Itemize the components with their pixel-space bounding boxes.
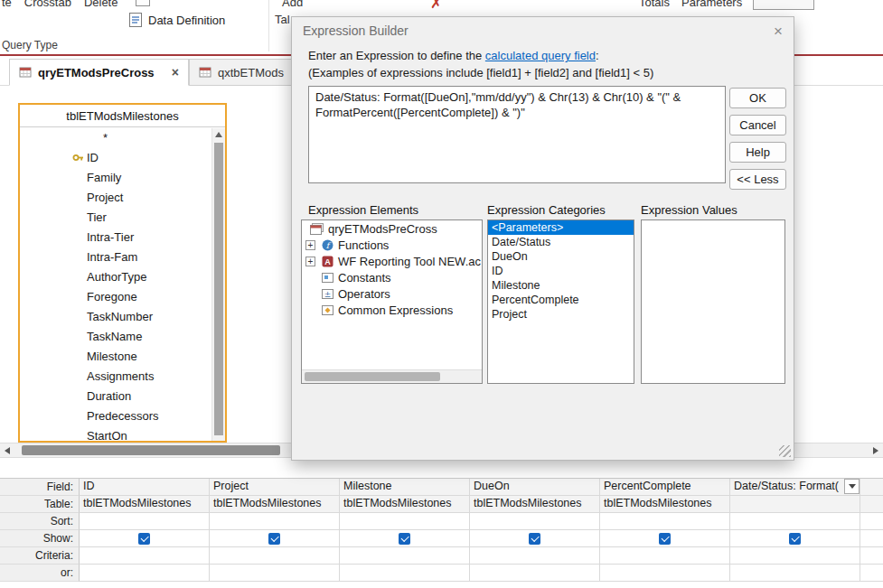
calculated-query-field-link[interactable]: calculated query field bbox=[485, 49, 596, 62]
field-item-authortype[interactable]: AuthorType bbox=[20, 267, 211, 287]
field-item-starton[interactable]: StartOn bbox=[20, 426, 211, 441]
category-item-percentcomplete[interactable]: PercentComplete bbox=[488, 293, 634, 307]
criteria-cell[interactable] bbox=[210, 547, 340, 565]
expression-input[interactable]: Date/Status: Format([DueOn],"mm/dd/yy") … bbox=[308, 86, 726, 183]
elements-hscrollbar[interactable] bbox=[302, 369, 482, 383]
category-item-date-status[interactable]: Date/Status bbox=[488, 235, 634, 249]
tree-item-functions[interactable]: f Functions bbox=[302, 237, 482, 253]
criteria-cell[interactable] bbox=[860, 547, 883, 565]
field-item-taskname[interactable]: TaskName bbox=[20, 327, 211, 347]
field-item-asterisk[interactable]: * bbox=[20, 128, 211, 148]
or-cell[interactable] bbox=[600, 565, 730, 582]
sort-cell[interactable] bbox=[210, 513, 340, 530]
table-cell[interactable]: tblETModsMilestones bbox=[80, 496, 210, 513]
or-cell[interactable] bbox=[80, 565, 210, 582]
show-checkbox[interactable] bbox=[268, 533, 280, 545]
totals-button[interactable]: Totals bbox=[639, 0, 670, 9]
sort-cell[interactable] bbox=[730, 513, 860, 530]
field-cell[interactable]: PercentComplete bbox=[600, 479, 730, 496]
tree-item-wf-reporting-tool[interactable]: A WF Reporting Tool NEW.ac bbox=[302, 253, 482, 269]
field-item-family[interactable]: Family bbox=[20, 168, 211, 188]
field-list-tbletmodsmilestones[interactable]: tblETModsMilestones * ID Family Project … bbox=[18, 103, 227, 443]
scrollbar-thumb[interactable] bbox=[214, 143, 223, 435]
parameters-button[interactable]: Parameters bbox=[681, 0, 742, 9]
table-cell[interactable]: tblETModsMilestones bbox=[210, 496, 340, 513]
delete-query-button[interactable]: Delete bbox=[84, 0, 118, 9]
criteria-cell[interactable] bbox=[730, 547, 860, 565]
scroll-right-icon[interactable] bbox=[873, 447, 878, 454]
criteria-cell[interactable] bbox=[340, 547, 470, 565]
show-checkbox[interactable] bbox=[659, 533, 671, 545]
close-icon[interactable]: × bbox=[774, 23, 783, 39]
field-item-intra-fam[interactable]: Intra-Fam bbox=[20, 247, 211, 267]
or-cell[interactable] bbox=[340, 565, 470, 582]
field-item-foregone[interactable]: Foregone bbox=[20, 287, 211, 307]
tree-item-operators[interactable]: ± Operators bbox=[302, 285, 482, 302]
field-cell[interactable]: Project bbox=[210, 479, 340, 496]
or-cell[interactable] bbox=[730, 565, 860, 582]
field-item-project[interactable]: Project bbox=[20, 188, 211, 208]
scrollbar-thumb[interactable] bbox=[22, 445, 280, 455]
cancel-button[interactable]: Cancel bbox=[729, 115, 786, 135]
table-cell[interactable]: tblETModsMilestones bbox=[470, 496, 600, 513]
show-cell[interactable] bbox=[860, 530, 883, 547]
property-sheet-icon[interactable] bbox=[753, 0, 814, 10]
criteria-cell[interactable] bbox=[600, 547, 730, 565]
field-item-intra-tier[interactable]: Intra-Tier bbox=[20, 228, 211, 247]
category-item-parameters[interactable]: <Parameters> bbox=[488, 220, 634, 235]
delete-rows-icon[interactable]: ✗ bbox=[430, 0, 442, 12]
or-cell[interactable] bbox=[470, 565, 600, 582]
tree-item-qryetmodsprecross[interactable]: qryETModsPreCross bbox=[302, 220, 482, 237]
field-cell-expression[interactable]: Date/Status: Format( bbox=[730, 479, 860, 496]
tab-qryetmodsprecross[interactable]: qryETModsPreCross × bbox=[9, 59, 189, 86]
add-tables-button[interactable]: Add bbox=[282, 0, 303, 9]
expression-values-panel[interactable] bbox=[641, 219, 785, 384]
pass-through-icon[interactable] bbox=[136, 0, 150, 6]
field-item-assignments[interactable]: Assignments bbox=[20, 367, 211, 387]
category-item-project[interactable]: Project bbox=[488, 307, 634, 322]
criteria-cell[interactable] bbox=[80, 547, 210, 565]
field-dropdown-button[interactable] bbox=[844, 479, 860, 494]
scrollbar-thumb[interactable] bbox=[305, 372, 440, 381]
field-cell[interactable]: ID bbox=[80, 479, 210, 496]
scroll-up-icon[interactable] bbox=[215, 132, 222, 137]
field-list-scrollbar[interactable] bbox=[211, 128, 225, 441]
sort-cell[interactable] bbox=[860, 513, 883, 530]
field-cell[interactable]: DueOn bbox=[470, 479, 600, 496]
expand-plus-icon[interactable] bbox=[305, 257, 315, 266]
or-cell[interactable] bbox=[860, 565, 883, 582]
data-definition-button[interactable]: Data Definition bbox=[128, 12, 225, 28]
show-checkbox[interactable] bbox=[789, 533, 801, 545]
table-cell[interactable]: tblETModsMilestones bbox=[340, 496, 470, 513]
field-item-tasknumber[interactable]: TaskNumber bbox=[20, 307, 211, 327]
crosstab-button[interactable]: Crosstab bbox=[24, 0, 71, 9]
expand-plus-icon[interactable] bbox=[305, 240, 315, 250]
show-checkbox[interactable] bbox=[399, 533, 410, 545]
field-item-predecessors[interactable]: Predecessors bbox=[20, 406, 211, 426]
field-item-milestone[interactable]: Milestone bbox=[20, 347, 211, 367]
sort-cell[interactable] bbox=[80, 513, 210, 530]
make-table-button[interactable]: te bbox=[2, 0, 12, 9]
field-cell[interactable]: Milestone bbox=[340, 479, 470, 496]
tree-item-constants[interactable]: Constants bbox=[302, 269, 482, 285]
field-cell[interactable] bbox=[860, 479, 883, 496]
category-item-id[interactable]: ID bbox=[488, 264, 634, 278]
field-item-duration[interactable]: Duration bbox=[20, 387, 211, 406]
table-cell[interactable]: tblETModsMilestones bbox=[600, 496, 730, 513]
less-button[interactable]: << Less bbox=[729, 169, 786, 190]
table-cell[interactable] bbox=[730, 496, 860, 513]
table-cell[interactable] bbox=[860, 496, 883, 513]
tree-item-common-expressions[interactable]: Common Expressions bbox=[302, 302, 482, 318]
field-item-tier[interactable]: Tier bbox=[20, 208, 211, 228]
scroll-left-icon[interactable] bbox=[5, 447, 10, 454]
sort-cell[interactable] bbox=[600, 513, 730, 530]
dialog-titlebar[interactable]: Expression Builder × bbox=[292, 17, 794, 44]
tab-close-icon[interactable]: × bbox=[172, 66, 179, 79]
show-checkbox[interactable] bbox=[529, 533, 540, 545]
resize-grip[interactable] bbox=[779, 445, 791, 457]
sort-cell[interactable] bbox=[470, 513, 600, 530]
category-item-dueon[interactable]: DueOn bbox=[488, 249, 634, 264]
show-checkbox[interactable] bbox=[138, 533, 150, 545]
category-item-milestone[interactable]: Milestone bbox=[488, 278, 634, 293]
help-button[interactable]: Help bbox=[729, 142, 786, 163]
